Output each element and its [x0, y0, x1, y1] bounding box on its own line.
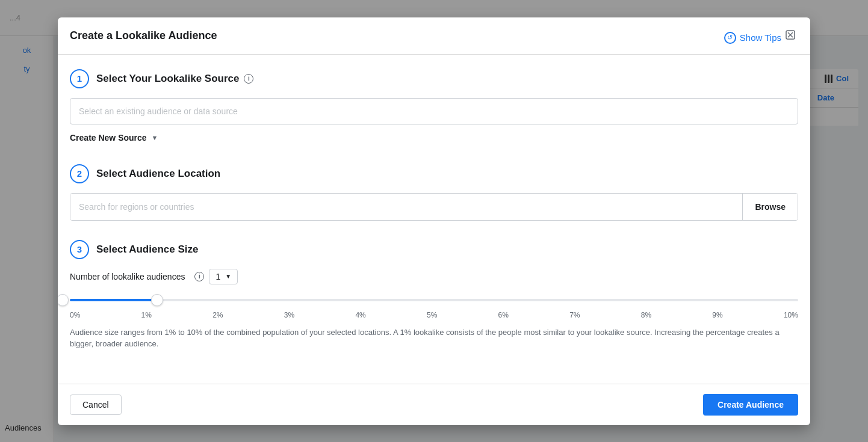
browse-button[interactable]: Browse — [742, 194, 798, 220]
modal: Create a Lookalike Audience ↺ Show Tips … — [58, 17, 810, 425]
cancel-label: Cancel — [82, 400, 109, 410]
slider-label-6: 6% — [498, 311, 509, 319]
show-tips-label: Show Tips — [740, 32, 781, 43]
slider-container: 0% 1% 2% 3% 4% 5% 6% 7% 8% 9% 10% — [70, 299, 798, 319]
step-circle-1: 1 — [70, 69, 89, 88]
section-2: 2 Select Audience Location Browse — [70, 164, 798, 221]
step-circle-2: 2 — [70, 164, 89, 183]
section-2-title: Select Audience Location — [96, 168, 220, 180]
modal-body: 1 Select Your Lookalike Source i Create … — [58, 55, 810, 384]
slider-label-5: 5% — [427, 311, 437, 319]
tips-icon: ↺ — [724, 32, 736, 44]
slider-label-7: 7% — [569, 311, 580, 319]
create-audience-label: Create Audience — [718, 400, 784, 410]
modal-close-button[interactable] — [783, 27, 798, 45]
slider-label-3: 3% — [284, 311, 294, 319]
section-3: 3 Select Audience Size Number of lookali… — [70, 240, 798, 350]
show-tips-button[interactable]: ↺ Show Tips — [724, 32, 781, 44]
step-circle-3: 3 — [70, 240, 89, 259]
slider-fill — [70, 299, 157, 301]
create-new-source-label: Create New Source — [70, 133, 147, 143]
section-1-header: 1 Select Your Lookalike Source i — [70, 69, 798, 88]
section-3-title: Select Audience Size — [96, 244, 198, 256]
slider-label-0: 0% — [70, 311, 80, 319]
create-audience-button[interactable]: Create Audience — [703, 394, 798, 416]
count-select-arrow: ▼ — [225, 273, 231, 280]
location-input-wrapper: Browse — [70, 193, 798, 221]
section-2-header: 2 Select Audience Location — [70, 164, 798, 183]
cancel-button[interactable]: Cancel — [70, 394, 122, 415]
slider-labels: 0% 1% 2% 3% 4% 5% 6% 7% 8% 9% 10% — [70, 311, 798, 319]
slider-track — [70, 299, 798, 301]
info-icon-1[interactable]: i — [244, 74, 253, 84]
step-1-number: 1 — [77, 73, 82, 84]
count-label: Number of lookalike audiences — [70, 272, 185, 281]
slider-thumb-left[interactable] — [58, 294, 69, 306]
step-3-number: 3 — [77, 244, 82, 254]
slider-label-8: 8% — [641, 311, 651, 319]
section-3-header: 3 Select Audience Size — [70, 240, 798, 259]
modal-title: Create a Lookalike Audience — [70, 29, 217, 42]
slider-label-2: 2% — [212, 311, 223, 319]
audience-count-row: Number of lookalike audiences i 1 ▼ — [70, 269, 798, 284]
slider-label-1: 1% — [141, 311, 152, 319]
slider-thumb-right[interactable] — [151, 294, 163, 306]
slider-label-9: 9% — [712, 311, 722, 319]
location-input[interactable] — [70, 194, 742, 220]
info-icon-3[interactable]: i — [194, 272, 204, 281]
section-1: 1 Select Your Lookalike Source i Create … — [70, 69, 798, 145]
audience-size-description: Audience size ranges from 1% to 10% of t… — [70, 327, 798, 350]
count-select[interactable]: 1 ▼ — [209, 269, 238, 284]
slider-label-10: 10% — [784, 311, 798, 319]
source-input[interactable] — [70, 98, 798, 124]
slider-label-4: 4% — [355, 311, 365, 319]
browse-label: Browse — [755, 202, 786, 212]
step-2-number: 2 — [77, 168, 82, 179]
create-new-source-button[interactable]: Create New Source ▼ — [70, 130, 158, 145]
section-1-title: Select Your Lookalike Source — [96, 73, 239, 85]
modal-footer: Cancel Create Audience — [58, 384, 810, 425]
create-new-source-arrow: ▼ — [152, 134, 158, 141]
count-value: 1 — [215, 272, 220, 281]
modal-header: Create a Lookalike Audience ↺ Show Tips — [58, 17, 810, 55]
